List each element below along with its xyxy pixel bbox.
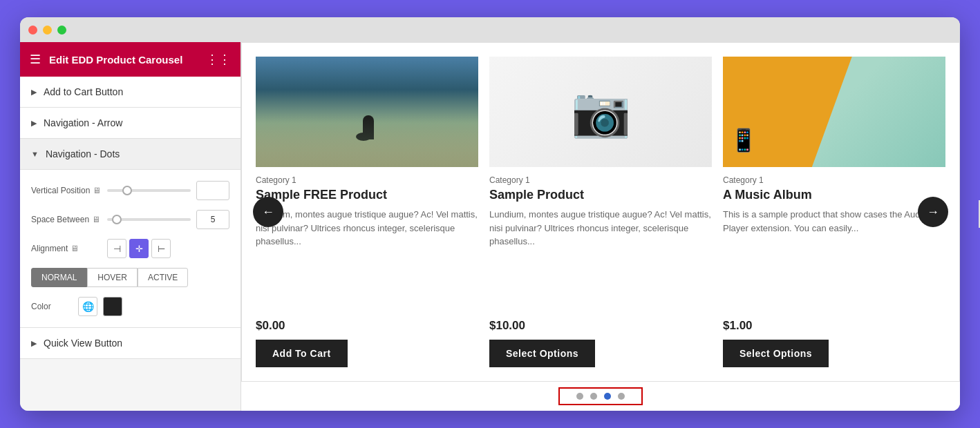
navigation-dots [558, 387, 643, 405]
nav-dots-label: Navigation - Dots [46, 148, 120, 159]
sidebar-item-label: Add to Cart Button [44, 86, 123, 97]
title-bar [20, 17, 960, 42]
color-label: Color [31, 302, 73, 311]
color-row: Color 🌐 [31, 297, 229, 316]
product-card: 📷 Category 1 Sample Product Lundium, mon… [489, 57, 712, 367]
nav-dots-header[interactable]: ▼ Navigation - Dots [20, 139, 241, 170]
product-image-camera: 📷 [489, 57, 712, 167]
sidebar-item-add-to-cart[interactable]: ▶ Add to Cart Button [20, 77, 241, 108]
tab-hover[interactable]: HOVER [87, 268, 138, 287]
phone-icon: 📱 [730, 127, 757, 153]
person-body [812, 57, 945, 167]
alignment-row: Alignment 🖥 ⊣ ✛ ⊢ [31, 239, 229, 258]
slider-thumb[interactable] [112, 215, 122, 224]
vertical-position-label: Vertical Position 🖥 [31, 186, 107, 195]
app-body: ☰ Edit EDD Product Carousel ⋮⋮ ▶ Add to … [20, 42, 960, 411]
vertical-position-slider-container [107, 181, 229, 200]
app-window: ☰ Edit EDD Product Carousel ⋮⋮ ▶ Add to … [20, 17, 960, 411]
lake-image [256, 57, 478, 167]
product-image-lake [256, 57, 478, 167]
product-title: Sample FREE Product [256, 188, 478, 202]
sidebar-item-label: Quick View Button [44, 338, 122, 349]
product-card: Category 1 Sample FREE Product Lundium, … [256, 57, 478, 367]
product-category: Category 1 [256, 175, 478, 185]
sidebar-section-nav-dots: ▼ Navigation - Dots Vertical Position 🖥 [20, 139, 241, 328]
product-image-music: 📱 [723, 57, 945, 167]
dot-3-active[interactable] [604, 393, 611, 400]
dot-2[interactable] [590, 393, 597, 400]
dot-4[interactable] [618, 393, 625, 400]
close-button[interactable] [28, 26, 37, 35]
align-left-button[interactable]: ⊣ [107, 239, 126, 258]
chevron-right-icon: ▶ [31, 339, 37, 348]
product-price: $1.00 [723, 319, 945, 333]
main-content: ← Category 1 Sample FREE Product Lundium… [241, 42, 960, 411]
tab-normal[interactable]: NORMAL [31, 268, 87, 287]
sidebar-item-label: Navigation - Arrow [44, 117, 122, 128]
music-image: 📱 [723, 57, 945, 167]
select-options-button[interactable]: Select Options [723, 340, 829, 367]
carousel-wrapper: ← Category 1 Sample FREE Product Lundium… [241, 42, 960, 411]
space-between-row: Space Between 🖥 [31, 210, 229, 229]
grid-icon[interactable]: ⋮⋮ [206, 52, 231, 67]
camera-image: 📷 [489, 57, 712, 167]
sidebar-item-quick-view[interactable]: ▶ Quick View Button [20, 328, 241, 359]
dots-wrapper [241, 382, 960, 411]
alignment-group: ⊣ ✛ ⊢ [107, 239, 171, 258]
monitor-icon: 🖥 [93, 186, 101, 195]
product-price: $10.00 [489, 319, 712, 333]
vertical-position-row: Vertical Position 🖥 [31, 181, 229, 200]
product-description: This is a sample product that show cases… [723, 208, 945, 312]
chevron-right-icon: ▶ [31, 119, 37, 128]
align-center-button[interactable]: ✛ [129, 239, 149, 258]
sidebar-title: Edit EDD Product Carousel [49, 54, 198, 66]
add-to-cart-button[interactable]: Add To Cart [256, 340, 348, 367]
space-between-label: Space Between 🖥 [31, 215, 107, 224]
sidebar: ☰ Edit EDD Product Carousel ⋮⋮ ▶ Add to … [20, 42, 241, 411]
slider-thumb[interactable] [122, 186, 132, 195]
space-between-slider[interactable] [107, 218, 191, 221]
product-description: Lundium, montes augue tristique augue? A… [489, 208, 712, 312]
vertical-position-slider[interactable] [107, 189, 191, 192]
silhouette [363, 115, 374, 139]
sidebar-item-nav-arrow[interactable]: ▶ Navigation - Arrow [20, 108, 241, 139]
color-swatch[interactable] [103, 297, 122, 316]
minimize-button[interactable] [43, 26, 52, 35]
monitor-icon: 🖥 [70, 244, 79, 253]
carousel-area: ← Category 1 Sample FREE Product Lundium… [241, 42, 960, 382]
product-category: Category 1 [489, 175, 712, 185]
chevron-right-icon: ▶ [31, 88, 37, 97]
global-color-icon[interactable]: 🌐 [78, 297, 97, 316]
product-title: A Music Album [723, 188, 945, 202]
select-options-button[interactable]: Select Options [489, 340, 595, 367]
sidebar-header: ☰ Edit EDD Product Carousel ⋮⋮ [20, 42, 241, 77]
space-between-slider-container [107, 210, 229, 229]
alignment-label: Alignment 🖥 [31, 244, 107, 253]
dot-1[interactable] [576, 393, 583, 400]
product-title: Sample Product [489, 188, 712, 202]
monitor-icon: 🖥 [92, 215, 100, 224]
silhouette-head [356, 133, 371, 141]
align-right-button[interactable]: ⊢ [151, 239, 171, 258]
product-category: Category 1 [723, 175, 945, 185]
nav-arrow-right[interactable]: → [918, 197, 948, 227]
nav-arrow-left[interactable]: ← [253, 197, 283, 227]
nav-dots-content: Vertical Position 🖥 Spa [20, 170, 241, 328]
product-card: 📱 Category 1 A Music Album This is a sam… [723, 57, 945, 367]
product-price: $0.00 [256, 319, 478, 333]
hamburger-icon[interactable]: ☰ [30, 52, 41, 67]
camera-emoji: 📷 [571, 84, 631, 140]
space-between-input[interactable] [196, 210, 229, 229]
state-tabs: NORMAL HOVER ACTIVE [31, 268, 229, 287]
chevron-down-icon: ▼ [31, 150, 39, 158]
product-description: Lundium, montes augue tristique augue? A… [256, 208, 478, 312]
vertical-position-input[interactable] [196, 181, 229, 200]
maximize-button[interactable] [57, 26, 66, 35]
tab-active[interactable]: ACTIVE [138, 268, 188, 287]
